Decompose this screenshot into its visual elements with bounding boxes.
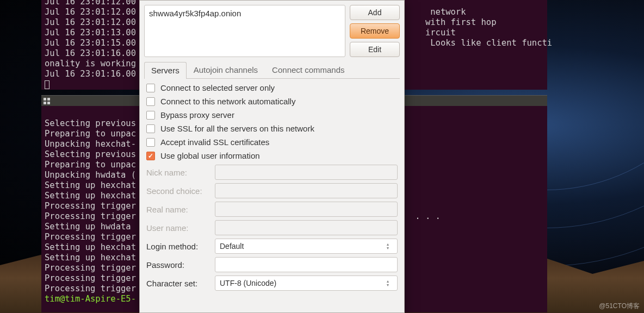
tab-servers[interactable]: Servers — [144, 62, 187, 79]
tab-connect-commands[interactable]: Connect commands — [265, 61, 351, 78]
checkbox-checked-icon[interactable] — [146, 152, 155, 160]
window-grid-icon — [43, 97, 51, 105]
second-choice-label: Second choice: — [146, 186, 210, 196]
tab-bar: Servers Autojoin channels Connect comman… — [144, 61, 400, 79]
spinner-icon: ▲▼ — [383, 279, 393, 287]
second-choice-input — [215, 183, 398, 198]
username-label: User name: — [146, 223, 210, 233]
checkbox-icon[interactable] — [146, 111, 155, 120]
tab-autojoin[interactable]: Autojoin channels — [187, 61, 265, 78]
checkbox-icon[interactable] — [146, 138, 155, 147]
nickname-label: Nick name: — [146, 168, 210, 177]
server-list-entry[interactable]: shwwa4yr5k3fp4ap.onion — [149, 9, 241, 18]
check-connect-selected[interactable]: Connect to selected server only — [146, 83, 398, 92]
login-method-label: Login method: — [146, 242, 210, 251]
check-bypass-proxy[interactable]: Bypass proxy server — [146, 110, 398, 120]
server-list[interactable]: shwwa4yr5k3fp4ap.onion — [144, 5, 345, 57]
check-connect-auto[interactable]: Connect to this network automatically — [146, 97, 398, 106]
svg-rect-3 — [47, 102, 50, 104]
realname-input — [215, 202, 398, 217]
checkbox-icon[interactable] — [146, 84, 155, 92]
login-method-select[interactable]: Default▲▼ — [215, 239, 398, 254]
username-input — [215, 220, 398, 235]
cursor-icon — [45, 80, 49, 89]
svg-rect-2 — [44, 102, 46, 104]
nickname-input — [215, 165, 398, 180]
check-use-ssl[interactable]: Use SSL for all the servers on this netw… — [146, 124, 398, 133]
charset-label: Character set: — [146, 279, 210, 288]
watermark-text: @51CTO博客 — [599, 302, 640, 311]
remove-button[interactable]: Remove — [350, 23, 400, 39]
desktop-background: Jul 16 23:01:12.00 Jul 16 23:01:12.00 ne… — [0, 0, 644, 313]
checkbox-icon[interactable] — [146, 124, 155, 133]
realname-label: Real name: — [146, 205, 210, 214]
edit-button[interactable]: Edit — [350, 42, 400, 57]
password-label: Password: — [146, 260, 210, 270]
checkbox-icon[interactable] — [146, 97, 155, 106]
check-accept-invalid-ssl[interactable]: Accept invalid SSL certificates — [146, 137, 398, 147]
svg-rect-1 — [47, 98, 50, 101]
add-button[interactable]: Add — [350, 5, 400, 20]
charset-select[interactable]: UTF-8 (Unicode)▲▼ — [215, 276, 398, 291]
network-settings-dialog: shwwa4yr5k3fp4ap.onion Add Remove Edit S… — [139, 0, 405, 313]
spinner-icon: ▲▼ — [383, 242, 393, 250]
check-global-user-info[interactable]: Use global user information — [146, 151, 398, 160]
svg-rect-0 — [44, 98, 46, 101]
password-input[interactable] — [215, 257, 398, 272]
